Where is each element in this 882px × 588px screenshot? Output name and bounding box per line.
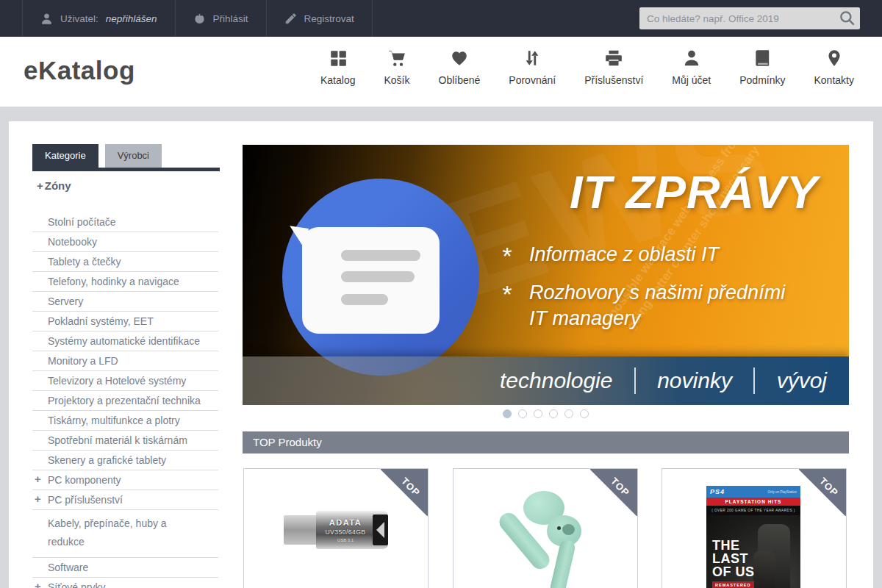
playstation-hits-bar: PLAYSTATION HITS bbox=[706, 498, 800, 506]
usb-connector bbox=[284, 515, 318, 545]
ps4-header: PS4 Only on PlayStation bbox=[706, 486, 800, 498]
sidebar-item[interactable]: Tablety a čtečky bbox=[32, 252, 218, 272]
sidebar-item[interactable]: +PC příslušenství bbox=[32, 490, 218, 510]
bullet-text: Rozhovory s našimi předními IT managery bbox=[529, 280, 803, 331]
category-label: Spotřební materiál k tiskárnám bbox=[48, 434, 187, 446]
site-logo[interactable]: eKatalog bbox=[24, 56, 135, 85]
sidebar-item[interactable]: Software bbox=[32, 558, 218, 578]
user-label: Uživatel: bbox=[60, 13, 98, 24]
tabs-underline bbox=[32, 168, 220, 171]
sidebar-item[interactable]: Notebooky bbox=[32, 232, 218, 252]
topbar-sections: Uživatel: nepřihlášen Přihlásit Registro… bbox=[22, 0, 373, 37]
nav-label: Kontakty bbox=[814, 74, 853, 86]
flash-drive-body: ADATA UV350/64GB USB 3.1 bbox=[316, 511, 388, 549]
banner-footer-band: technologie novinky vývoj bbox=[243, 356, 849, 405]
sidebar-item-zony[interactable]: +Zóny bbox=[37, 179, 71, 192]
nav-label: Podmínky bbox=[739, 74, 785, 86]
category-label: Televizory a Hotelové systémy bbox=[48, 375, 186, 387]
book-icon bbox=[753, 49, 772, 68]
carousel-dot[interactable] bbox=[564, 409, 573, 418]
bullet-star-icon: * bbox=[501, 242, 529, 270]
nav-item-porovnani[interactable]: Porovnání bbox=[509, 49, 556, 86]
top-ribbon: TOP bbox=[590, 469, 637, 516]
sidebar-item[interactable]: +Síťové prvky bbox=[32, 578, 218, 588]
sidebar-item[interactable]: Tiskárny, multifunkce a plotry bbox=[32, 411, 218, 431]
bubble-text-line bbox=[341, 271, 415, 282]
power-icon bbox=[193, 12, 206, 25]
expand-plus-icon: + bbox=[37, 179, 43, 192]
nav-label: Můj účet bbox=[672, 74, 711, 86]
sidebar-item[interactable]: Systémy automatické identifikace bbox=[32, 331, 218, 351]
sidebar-item[interactable]: Stolní počítače bbox=[32, 212, 218, 232]
user-icon bbox=[682, 49, 701, 68]
expand-plus-icon: + bbox=[35, 473, 41, 485]
user-status[interactable]: Uživatel: nepřihlášen bbox=[23, 0, 176, 37]
search-icon[interactable] bbox=[838, 9, 857, 28]
sidebar-item[interactable]: Servery bbox=[32, 292, 218, 312]
nav-item-prislusenstvi[interactable]: Příslušenství bbox=[584, 49, 643, 86]
ribbon-triangle bbox=[381, 469, 428, 516]
category-label: Skenery a grafické tablety bbox=[48, 454, 166, 466]
category-label: PC komponenty bbox=[48, 474, 121, 486]
nav-item-podminky[interactable]: Podmínky bbox=[739, 49, 785, 86]
nav-item-muj-ucet[interactable]: Můj účet bbox=[672, 49, 711, 86]
search-box bbox=[639, 7, 860, 29]
sidebar-item[interactable]: Pokladní systémy, EET bbox=[32, 312, 218, 331]
spec-text: USB 3.1 bbox=[316, 538, 375, 542]
cart-icon bbox=[387, 49, 406, 68]
sidebar-item[interactable]: Kabely, přepínače, huby a redukce bbox=[32, 510, 218, 558]
login-button[interactable]: Přihlásit bbox=[176, 0, 267, 37]
grid-icon bbox=[329, 49, 348, 68]
nav-item-katalog[interactable]: Katalog bbox=[320, 49, 355, 86]
nav-label: Katalog bbox=[320, 74, 355, 86]
carousel-dot[interactable] bbox=[503, 409, 512, 418]
top-products-bar: TOP Produkty bbox=[243, 431, 849, 453]
category-label: Stolní počítače bbox=[48, 216, 116, 228]
sidebar-item[interactable]: Spotřební materiál k tiskárnám bbox=[32, 431, 218, 451]
sidebar-item[interactable]: Telefony, hodinky a navigace bbox=[32, 272, 218, 292]
ribbon-triangle bbox=[799, 469, 846, 516]
search-input[interactable] bbox=[639, 13, 838, 24]
nav-item-oblibene[interactable]: Oblíbené bbox=[439, 49, 481, 86]
carousel-dots bbox=[243, 409, 849, 418]
only-on-label: Only on PlayStation bbox=[767, 490, 797, 494]
sidebar-item[interactable]: Projektory a prezentační technika bbox=[32, 391, 218, 411]
pencil-icon bbox=[284, 12, 297, 25]
expand-plus-icon: + bbox=[35, 493, 41, 505]
category-label: PC příslušenství bbox=[48, 494, 123, 506]
sidebar-item[interactable]: +PC komponenty bbox=[32, 470, 218, 490]
register-button[interactable]: Registrovat bbox=[267, 0, 373, 37]
user-icon bbox=[40, 12, 53, 25]
carousel-dot[interactable] bbox=[549, 409, 558, 418]
nav-item-kontakty[interactable]: Kontakty bbox=[814, 49, 853, 86]
bullet-text: Informace z oblasti IT bbox=[529, 242, 719, 270]
model-text: UV350/64GB bbox=[316, 528, 375, 536]
sidebar-item[interactable]: Skenery a grafické tablety bbox=[32, 451, 218, 470]
bubble-text-line bbox=[341, 250, 420, 261]
banner-bullet: * Rozhovory s našimi předními IT manager… bbox=[501, 280, 803, 331]
nav-item-kosik[interactable]: Košík bbox=[384, 49, 409, 86]
carousel-dot[interactable] bbox=[518, 409, 527, 418]
footer-word: novinky bbox=[657, 368, 732, 393]
bubble-text-line bbox=[341, 294, 388, 305]
banner-footer-items: technologie novinky vývoj bbox=[500, 356, 827, 405]
product-card-adata-flash-drive[interactable]: ADATA UV350/64GB USB 3.1 TOP bbox=[243, 468, 429, 588]
tab-kategorie[interactable]: Kategorie bbox=[32, 144, 98, 168]
ribbon-triangle bbox=[590, 469, 637, 516]
sidebar-item[interactable]: Monitory a LFD bbox=[32, 351, 218, 371]
carousel-dot[interactable] bbox=[534, 409, 542, 418]
category-label: Telefony, hodinky a navigace bbox=[48, 276, 179, 287]
map-pin-icon bbox=[825, 49, 844, 68]
category-label: Síťové prvky bbox=[48, 581, 105, 588]
sidebar-item[interactable]: Televizory a Hotelové systémy bbox=[32, 371, 218, 391]
product-card-last-of-us[interactable]: PS4 Only on PlayStation PLAYSTATION HITS… bbox=[662, 468, 847, 588]
category-label: Tiskárny, multifunkce a plotry bbox=[48, 415, 180, 426]
earbud-speaker bbox=[562, 524, 575, 535]
tab-vyrobci[interactable]: Výrobci bbox=[105, 144, 162, 168]
carousel-dot[interactable] bbox=[580, 409, 589, 418]
promo-banner[interactable]: NEWS possible was race web business from… bbox=[243, 145, 849, 405]
product-card-earbuds[interactable]: TOP bbox=[453, 468, 638, 588]
banner-title: IT ZPRÁVY bbox=[570, 165, 818, 218]
printer-icon bbox=[604, 49, 623, 68]
bullet-star-icon: * bbox=[501, 280, 529, 331]
